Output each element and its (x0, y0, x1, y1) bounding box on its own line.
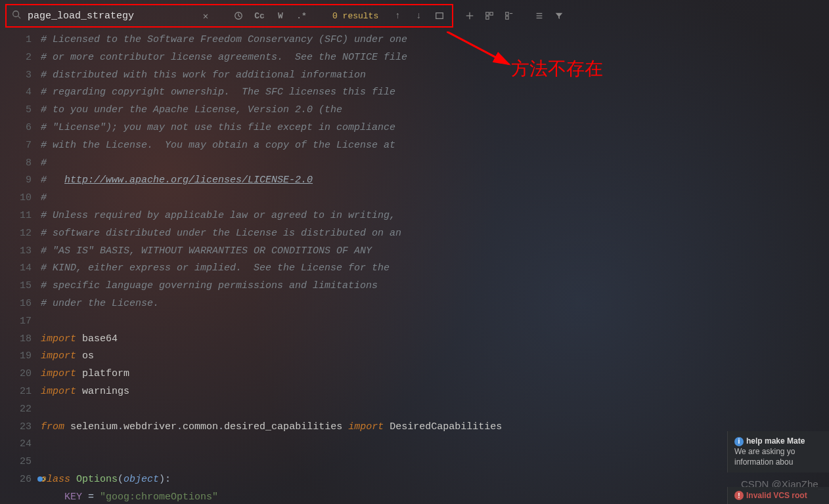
svg-rect-3 (436, 13, 443, 19)
filter-icon[interactable] (552, 9, 566, 23)
code-line[interactable]: import base64 (41, 331, 829, 348)
history-icon[interactable] (231, 9, 246, 23)
code-line[interactable]: from selenium.webdriver.common.desired_c… (41, 419, 829, 436)
code-line[interactable]: # distributed with this work for additio… (41, 67, 829, 85)
line-gutter: 1234567891011121314151617181920212223242… (0, 32, 41, 504)
line-number: 14 (0, 260, 32, 278)
code-line[interactable]: # (41, 155, 829, 173)
error-icon: ! (734, 491, 744, 500)
code-line[interactable]: # under the License. (41, 295, 829, 313)
line-number: 8 (0, 155, 32, 173)
line-number: 24 (0, 436, 32, 453)
code-line[interactable]: # to you under the Apache License, Versi… (41, 102, 829, 119)
line-number: 25 (0, 453, 32, 471)
line-number: 3 (0, 67, 32, 85)
line-number: 13 (0, 243, 32, 261)
code-line[interactable]: class Options(object): (41, 471, 829, 489)
line-number: 15 (0, 278, 32, 295)
svg-point-0 (13, 10, 19, 16)
prev-match-icon[interactable]: ↑ (390, 9, 405, 23)
clear-search-icon[interactable]: ✕ (198, 9, 213, 23)
line-number: 6 (0, 119, 32, 137)
code-line[interactable] (41, 453, 829, 471)
search-input[interactable] (28, 10, 192, 22)
notification-body-2: information abou (734, 457, 822, 467)
words-button[interactable]: W (273, 9, 288, 23)
svg-marker-15 (556, 13, 563, 20)
find-panel: ✕ Cc W .* 0 results ↑ ↓ (5, 4, 453, 28)
line-number: 18 (0, 331, 32, 348)
code-line[interactable]: # with the License. You may obtain a cop… (41, 137, 829, 155)
line-number: 20 (0, 366, 32, 383)
error-text: Invalid VCS root (746, 491, 807, 500)
code-line[interactable]: # regarding copyright ownership. The SFC… (41, 84, 829, 102)
code-line[interactable]: # (41, 190, 829, 207)
code-line[interactable]: import os (41, 348, 829, 366)
svg-rect-8 (486, 16, 489, 19)
code-editor[interactable]: 1234567891011121314151617181920212223242… (0, 32, 829, 504)
line-number: 9 (0, 172, 32, 190)
notification-panel[interactable]: ihelp make Mate We are asking yo informa… (727, 431, 829, 472)
line-number: 2 (0, 49, 32, 67)
line-number: 7 (0, 137, 32, 155)
notification-title: help make Mate (746, 436, 805, 446)
regex-button[interactable]: .* (294, 9, 309, 23)
error-notification[interactable]: !Invalid VCS root (727, 487, 829, 505)
line-number: 19 (0, 348, 32, 366)
code-area[interactable]: # Licensed to the Software Freedom Conse… (41, 32, 829, 504)
code-line[interactable]: KEY = "goog:chromeOptions" (41, 489, 829, 504)
svg-line-1 (18, 16, 21, 18)
line-number (0, 489, 32, 504)
code-line[interactable]: # Unless required by applicable law or a… (41, 207, 829, 225)
svg-point-17 (37, 476, 43, 482)
select-all-icon[interactable] (482, 9, 497, 23)
code-line[interactable]: # "License"); you may not use this file … (41, 119, 829, 137)
find-extra-tools (462, 9, 566, 23)
notification-body-1: We are asking yo (734, 446, 822, 457)
code-line[interactable] (41, 313, 829, 331)
search-icon (12, 10, 21, 22)
line-number: 11 (0, 207, 32, 225)
filter-occurrences-icon[interactable] (432, 9, 447, 23)
line-number: 22 (0, 401, 32, 419)
class-indicator-icon[interactable] (37, 473, 46, 491)
code-line[interactable]: # http://www.apache.org/licenses/LICENSE… (41, 172, 829, 190)
results-count: 0 results (327, 11, 384, 21)
annotation-label: 方法不存在 (511, 56, 603, 81)
code-line[interactable]: # "AS IS" BASIS, WITHOUT WARRANTIES OR C… (41, 243, 829, 261)
line-number: 4 (0, 84, 32, 102)
remove-selection-icon[interactable] (502, 9, 516, 23)
line-number: 5 (0, 102, 32, 119)
code-line[interactable]: # specific language governing permission… (41, 278, 829, 295)
svg-rect-6 (486, 12, 489, 15)
code-line[interactable]: import platform (41, 366, 829, 383)
svg-rect-9 (506, 12, 508, 15)
code-line[interactable]: # Licensed to the Software Freedom Conse… (41, 32, 829, 49)
code-line[interactable]: import warnings (41, 383, 829, 401)
code-line[interactable]: # software distributed under the License… (41, 225, 829, 243)
line-number: 21 (0, 383, 32, 401)
code-line[interactable] (41, 401, 829, 419)
line-number: 23 (0, 419, 32, 436)
line-number: 1 (0, 32, 32, 49)
add-selection-icon[interactable] (462, 9, 477, 23)
line-number: 26 (0, 471, 32, 489)
next-match-icon[interactable]: ↓ (411, 9, 426, 23)
code-line[interactable]: # KIND, either express or implied. See t… (41, 260, 829, 278)
info-icon: i (734, 437, 744, 446)
line-number: 12 (0, 225, 32, 243)
line-number: 16 (0, 295, 32, 313)
svg-rect-7 (490, 12, 493, 15)
settings-icon[interactable] (532, 9, 547, 23)
line-number: 17 (0, 313, 32, 331)
match-case-button[interactable]: Cc (252, 9, 267, 23)
code-line[interactable] (41, 436, 829, 453)
find-toolbar: ✕ Cc W .* 0 results ↑ ↓ (0, 0, 829, 32)
code-line[interactable]: # or more contributor license agreements… (41, 49, 829, 67)
svg-rect-11 (506, 16, 508, 19)
line-number: 10 (0, 190, 32, 207)
